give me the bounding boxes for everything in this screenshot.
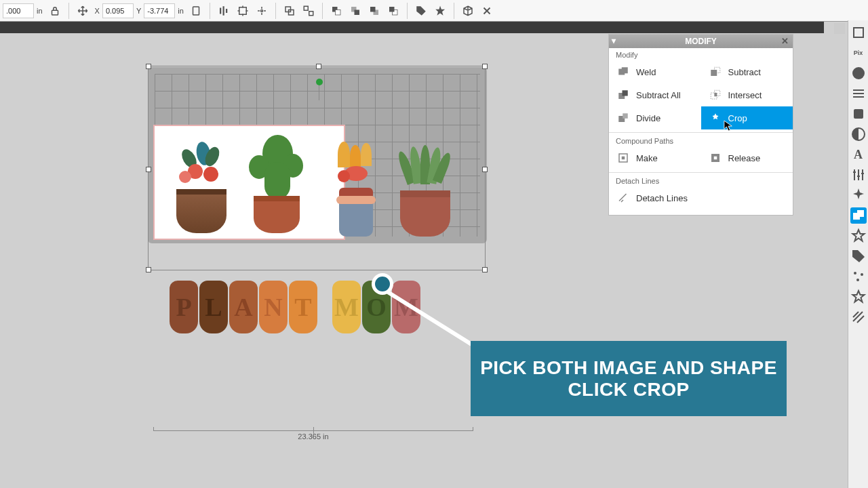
separator xyxy=(275,3,276,19)
group-icon[interactable] xyxy=(281,2,298,20)
release-button[interactable]: Release xyxy=(701,146,793,169)
modify-panel-header[interactable]: ▾ MODIFY ✕ xyxy=(609,35,793,48)
release-label: Release xyxy=(728,153,761,163)
intersect-button[interactable]: Intersect xyxy=(701,83,793,106)
align-icon[interactable] xyxy=(215,2,233,20)
center-icon[interactable] xyxy=(234,2,252,20)
svg-rect-9 xyxy=(304,6,308,10)
modify-panel: ▾ MODIFY ✕ Modify Weld Subtract Subtract… xyxy=(608,34,793,216)
star-tab-icon[interactable] xyxy=(850,228,867,244)
plant-image-4 xyxy=(395,145,456,237)
lock-aspect-icon[interactable] xyxy=(46,2,64,20)
x-input[interactable] xyxy=(102,3,134,18)
svg-rect-0 xyxy=(52,10,58,15)
adjust-tab-icon[interactable] xyxy=(850,167,867,183)
detach-label: Detach Lines xyxy=(636,193,688,203)
crop-icon xyxy=(709,112,722,124)
callout-marker xyxy=(372,273,393,295)
sparkle-tab-icon[interactable] xyxy=(850,268,867,285)
resize-handle-w[interactable] xyxy=(146,167,151,172)
pixel-tab-icon[interactable]: Pix xyxy=(850,45,867,61)
letter-t: T xyxy=(289,281,317,333)
dim-input[interactable] xyxy=(3,3,34,18)
collapse-icon[interactable]: ▾ xyxy=(612,36,616,45)
subtract-all-icon xyxy=(617,89,629,101)
resize-handle-se[interactable] xyxy=(482,267,488,272)
close-icon[interactable]: ✕ xyxy=(781,36,789,46)
ungroup-icon[interactable] xyxy=(300,2,317,20)
star2-tab-icon[interactable] xyxy=(850,289,867,305)
send-back-icon[interactable] xyxy=(328,2,345,20)
star-icon[interactable] xyxy=(431,2,449,20)
intersect-label: Intersect xyxy=(728,90,762,100)
resize-handle-nw[interactable] xyxy=(146,64,151,69)
svg-rect-31 xyxy=(622,157,625,160)
svg-rect-3 xyxy=(222,6,224,16)
svg-rect-14 xyxy=(354,9,359,15)
unit-label-2: in xyxy=(178,7,184,15)
svg-point-35 xyxy=(852,67,865,79)
crop-button[interactable]: Crop xyxy=(701,106,793,129)
y-input[interactable] xyxy=(144,3,175,18)
svg-point-41 xyxy=(861,273,863,276)
detach-section-label: Detach Lines xyxy=(609,172,793,186)
origin-icon[interactable] xyxy=(253,2,271,20)
modify-panel-title: MODIFY xyxy=(685,37,717,46)
svg-rect-1 xyxy=(193,7,199,15)
page-icon[interactable] xyxy=(187,2,205,20)
svg-rect-4 xyxy=(226,9,227,13)
separator xyxy=(407,3,408,19)
text-tab-icon[interactable]: A xyxy=(850,146,867,163)
detach-button[interactable]: Detach Lines xyxy=(609,186,793,209)
svg-rect-36 xyxy=(854,109,863,119)
close-icon[interactable] xyxy=(478,2,496,20)
rotation-line xyxy=(319,85,319,100)
tag-tab-icon[interactable] xyxy=(850,248,867,264)
resize-handle-sw[interactable] xyxy=(146,267,151,272)
compound-section-label: Compound Paths xyxy=(609,132,793,146)
bring-front-icon[interactable] xyxy=(384,2,402,20)
layers-tab-icon[interactable] xyxy=(850,24,867,41)
subtract-all-button[interactable]: Subtract All xyxy=(609,83,701,106)
cursor-icon xyxy=(724,120,733,132)
unit-label: in xyxy=(37,7,43,15)
make-button[interactable]: Make xyxy=(609,146,701,169)
svg-rect-16 xyxy=(370,7,376,12)
tag-icon[interactable] xyxy=(412,2,430,20)
right-sidebar: Pix A xyxy=(848,20,868,488)
svg-rect-5 xyxy=(239,7,247,14)
canvas[interactable]: P L A N T M O M 23.365 in xyxy=(0,33,607,488)
hatch-tab-icon[interactable] xyxy=(850,309,867,325)
weld-label: Weld xyxy=(636,67,656,77)
resize-handle-e[interactable] xyxy=(482,167,488,172)
palette-tab-icon[interactable] xyxy=(850,65,867,81)
plant-image-2 xyxy=(245,135,307,233)
divide-icon xyxy=(617,112,629,124)
divide-button[interactable]: Divide xyxy=(609,106,701,129)
cube-icon[interactable] xyxy=(459,2,477,20)
move-icon[interactable] xyxy=(74,2,92,20)
send-backward-icon[interactable] xyxy=(347,2,364,20)
resize-handle-ne[interactable] xyxy=(482,64,488,69)
callout-line2: CLICK CROP xyxy=(568,379,689,401)
svg-rect-20 xyxy=(622,67,628,73)
make-label: Make xyxy=(636,153,658,163)
svg-rect-33 xyxy=(713,157,717,160)
scroll-up-arrow[interactable] xyxy=(834,23,845,34)
contrast-tab-icon[interactable] xyxy=(850,126,867,142)
modify-tab-icon[interactable] xyxy=(850,207,867,224)
release-icon xyxy=(709,152,722,164)
letter-a: A xyxy=(229,281,258,333)
lines-tab-icon[interactable] xyxy=(850,85,867,102)
x-label: X xyxy=(95,7,100,15)
letter-p: P xyxy=(170,281,198,333)
svg-rect-12 xyxy=(335,9,340,15)
resize-handle-n[interactable] xyxy=(316,64,321,69)
rotation-handle[interactable] xyxy=(316,79,323,85)
subtract-button[interactable]: Subtract xyxy=(701,60,793,83)
magic-tab-icon[interactable] xyxy=(850,187,867,203)
svg-rect-24 xyxy=(623,90,628,96)
pattern-tab-icon[interactable] xyxy=(850,106,867,122)
bring-forward-icon[interactable] xyxy=(366,2,383,20)
weld-button[interactable]: Weld xyxy=(609,60,701,83)
